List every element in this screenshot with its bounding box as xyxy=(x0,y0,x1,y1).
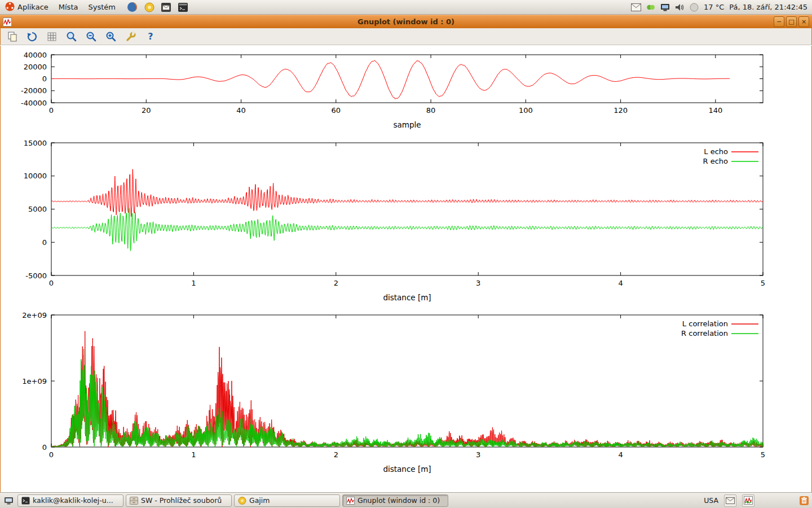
terminal-task-icon xyxy=(21,497,30,505)
display-settings-icon[interactable] xyxy=(660,3,670,12)
chat-launcher-icon[interactable] xyxy=(143,1,156,14)
show-desktop-button[interactable] xyxy=(2,494,15,507)
x-axis-label: distance [m] xyxy=(383,465,431,474)
gajim-task-icon xyxy=(238,497,246,505)
y-tick-label: 20000 xyxy=(24,63,47,71)
minimize-button[interactable]: ─ xyxy=(774,16,784,27)
task-label: kaklik@kaklik-kolej-u... xyxy=(33,496,113,505)
task-label: Gnuplot (window id : 0) xyxy=(358,496,440,505)
legend-label: R correlation xyxy=(681,329,728,338)
legend-label: L correlation xyxy=(682,319,728,328)
menu-applications[interactable]: Aplikace xyxy=(0,0,54,14)
tray-mail-icon[interactable] xyxy=(724,494,736,507)
y-tick-label: 0 xyxy=(42,238,47,247)
task-label: Gajim xyxy=(249,496,270,505)
x-tick-label: 140 xyxy=(708,106,722,115)
chart-correlation-vs-distance[interactable]: 01234501e+092e+09distance [m]L correlati… xyxy=(1,309,812,479)
y-tick-label: -40000 xyxy=(21,99,47,107)
taskbar-tray: USA xyxy=(704,494,812,507)
y-tick-label: 15000 xyxy=(24,139,47,147)
file-browser-task-icon xyxy=(130,497,138,505)
legend-label: L echo xyxy=(704,147,728,156)
desktop: Aplikace Místa Systém xyxy=(0,0,812,508)
task-gajim[interactable]: Gajim xyxy=(234,494,340,507)
x-axis-label: distance [m] xyxy=(383,293,431,302)
y-tick-label: 0 xyxy=(42,75,47,83)
x-tick-label: 2 xyxy=(334,279,338,287)
y-tick-label: 0 xyxy=(42,443,47,452)
configure-button[interactable] xyxy=(123,30,138,43)
task-terminal[interactable]: kaklik@kaklik-kolej-u... xyxy=(17,494,123,507)
trash-icon[interactable] xyxy=(797,494,811,507)
x-tick-label: 40 xyxy=(236,106,246,115)
window-titlebar[interactable]: Gnuplot (window id : 0) ─ □ × xyxy=(0,15,812,28)
maximize-button[interactable]: □ xyxy=(786,16,797,27)
tray-gnuplot-icon[interactable] xyxy=(742,494,754,507)
x-tick-label: 0 xyxy=(49,106,54,115)
temperature-label[interactable]: 17 °C xyxy=(704,3,724,11)
terminal-launcher-icon[interactable] xyxy=(177,1,189,14)
menu-places[interactable]: Místa xyxy=(54,0,83,14)
window-title: Gnuplot (window id : 0) xyxy=(0,17,812,26)
weather-icon[interactable] xyxy=(690,3,699,12)
y-tick-label: -20000 xyxy=(21,86,47,95)
x-tick-label: 0 xyxy=(49,279,54,287)
clock-label[interactable]: Pá, 18. září, 21:42:45 xyxy=(729,3,807,11)
help-button[interactable]: ? xyxy=(143,30,158,43)
zoom-out-button[interactable] xyxy=(84,30,99,43)
menu-system[interactable]: Systém xyxy=(83,0,120,14)
x-tick-label: 80 xyxy=(426,106,436,115)
x-tick-label: 3 xyxy=(476,450,480,459)
help-icon: ? xyxy=(148,31,153,42)
task-label: SW - Prohlížeč souborů xyxy=(141,496,222,505)
menu-places-label: Místa xyxy=(59,3,78,11)
y-tick-label: 40000 xyxy=(24,51,47,59)
menu-system-label: Systém xyxy=(88,3,115,11)
y-tick-label: 5000 xyxy=(28,205,47,213)
x-axis-label: sample xyxy=(393,120,421,129)
panel-launchers xyxy=(126,1,189,14)
x-tick-label: 60 xyxy=(332,106,341,115)
x-tick-label: 4 xyxy=(618,279,623,287)
window-controls: ─ □ × xyxy=(774,16,809,27)
y-tick-label: 10000 xyxy=(24,172,47,180)
task-file-browser[interactable]: SW - Prohlížeč souborů xyxy=(126,494,232,507)
mail-launcher-icon[interactable] xyxy=(160,1,173,14)
x-tick-label: 4 xyxy=(618,450,623,459)
x-tick-label: 100 xyxy=(519,106,533,115)
gnome-top-panel: Aplikace Místa Systém xyxy=(0,0,812,15)
keyboard-layout-indicator[interactable]: USA xyxy=(704,496,718,505)
volume-icon[interactable] xyxy=(675,3,685,12)
plot-border xyxy=(51,143,763,275)
chart-echo-vs-distance[interactable]: 012345-5000050001000015000distance [m]L … xyxy=(1,137,812,308)
x-tick-label: 20 xyxy=(142,106,151,115)
x-tick-label: 5 xyxy=(761,450,765,459)
task-gnuplot[interactable]: Gnuplot (window id : 0) xyxy=(342,494,448,507)
x-tick-label: 5 xyxy=(761,279,765,287)
x-tick-label: 1 xyxy=(191,450,196,459)
toggle-grid-button[interactable] xyxy=(45,30,59,43)
chart-signal-vs-sample[interactable]: 020406080100120140-40000-200000200004000… xyxy=(1,45,812,139)
plot-border xyxy=(51,315,763,447)
x-tick-label: 120 xyxy=(614,106,628,115)
software-update-icon[interactable] xyxy=(646,3,655,12)
close-button[interactable]: × xyxy=(798,16,809,27)
legend-label: R echo xyxy=(703,157,728,165)
copy-to-clipboard-button[interactable] xyxy=(5,30,20,43)
gnuplot-toolbar: ? xyxy=(0,28,812,45)
panel-status-area: 17 °C Pá, 18. září, 21:42:45 xyxy=(631,3,812,12)
gnome-bottom-panel: kaklik@kaklik-kolej-u... SW - Prohlížeč … xyxy=(0,492,812,508)
x-tick-label: 2 xyxy=(334,450,338,459)
x-tick-label: 0 xyxy=(49,450,54,459)
y-tick-label: 1e+09 xyxy=(22,377,47,386)
gnuplot-canvas: 020406080100120140-40000-200000200004000… xyxy=(0,46,812,492)
y-tick-label: 2e+09 xyxy=(22,311,47,319)
replot-button[interactable] xyxy=(25,30,39,43)
x-tick-label: 1 xyxy=(191,279,196,287)
mail-notification-icon[interactable] xyxy=(631,3,641,11)
zoom-region-button[interactable] xyxy=(64,30,79,43)
zoom-in-button[interactable] xyxy=(104,30,118,43)
firefox-launcher-icon[interactable] xyxy=(126,1,139,14)
x-tick-label: 3 xyxy=(476,279,480,287)
menu-applications-label: Aplikace xyxy=(17,3,48,11)
